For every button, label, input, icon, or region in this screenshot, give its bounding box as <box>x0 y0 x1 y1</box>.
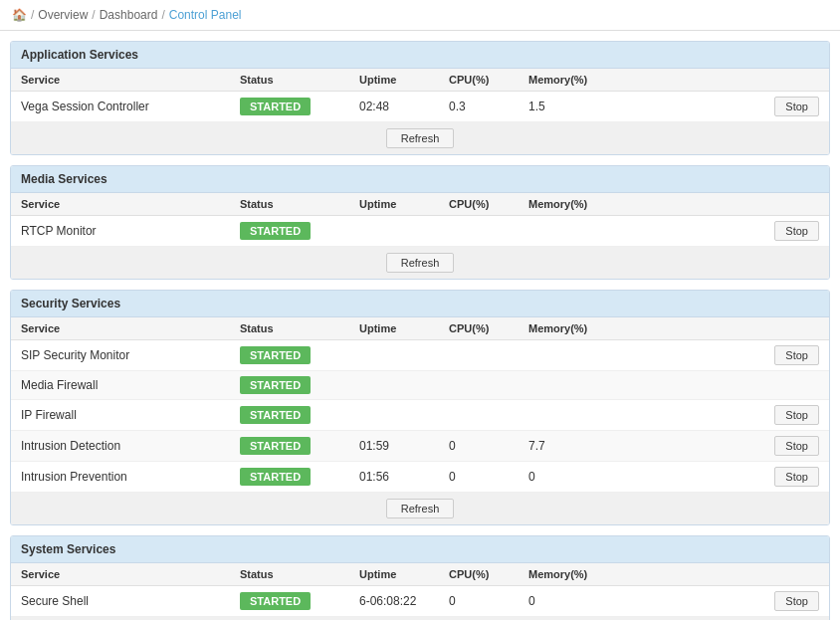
col-header-uptime: Uptime <box>349 193 439 216</box>
service-name-0: RTCP Monitor <box>11 216 230 247</box>
table-application-services: ServiceStatusUptimeCPU(%)Memory(%)Vega S… <box>11 69 829 154</box>
col-header-memory---: Memory(%) <box>519 69 618 92</box>
section-security-services: Security ServicesServiceStatusUptimeCPU(… <box>10 290 830 525</box>
refresh-button[interactable]: Refresh <box>386 128 455 148</box>
col-header-memory---: Memory(%) <box>519 563 618 586</box>
col-header-cpu---: CPU(%) <box>439 69 519 92</box>
col-header-status: Status <box>230 563 349 586</box>
status-badge: STARTED <box>240 222 311 240</box>
refresh-cell: Refresh <box>11 247 829 280</box>
breadcrumb-sep3: / <box>161 8 164 22</box>
refresh-button[interactable]: Refresh <box>386 499 455 518</box>
breadcrumb: 🏠 / Overview / Dashboard / Control Panel <box>0 0 840 31</box>
service-name-4: Intrusion Prevention <box>11 462 230 493</box>
refresh-cell: Refresh <box>11 493 829 525</box>
service-cpu-1 <box>439 371 519 400</box>
service-status-0: STARTED <box>230 586 349 617</box>
stop-button[interactable]: Stop <box>774 345 819 365</box>
service-name-0: Vega Session Controller <box>11 92 230 122</box>
service-action-0: Stop <box>618 340 829 371</box>
service-status-0: STARTED <box>230 92 349 122</box>
col-header-action <box>618 317 829 340</box>
col-header-service: Service <box>11 69 230 92</box>
table-row: Media FirewallSTARTED <box>11 371 829 400</box>
stop-button[interactable]: Stop <box>774 591 819 611</box>
col-header-uptime: Uptime <box>349 563 439 586</box>
table-system-services: ServiceStatusUptimeCPU(%)Memory(%)Secure… <box>11 563 829 620</box>
service-action-1 <box>618 371 829 400</box>
service-status-0: STARTED <box>230 340 349 371</box>
status-badge: STARTED <box>240 592 311 610</box>
service-action-3: Stop <box>618 431 829 462</box>
refresh-row: Refresh <box>11 247 829 280</box>
section-header-application-services: Application Services <box>11 42 829 69</box>
service-memory-1 <box>519 371 618 400</box>
service-action-2: Stop <box>618 400 829 431</box>
section-header-system-services: System Services <box>11 536 829 563</box>
breadcrumb-control-panel[interactable]: Control Panel <box>169 8 242 22</box>
breadcrumb-dashboard[interactable]: Dashboard <box>100 8 158 22</box>
service-cpu-3: 0 <box>439 431 519 462</box>
table-row: IP FirewallSTARTEDStop <box>11 400 829 431</box>
service-status-1: STARTED <box>230 371 349 400</box>
col-header-uptime: Uptime <box>349 317 439 340</box>
service-cpu-0: 0.3 <box>439 92 519 122</box>
service-uptime-1 <box>349 371 439 400</box>
col-header-status: Status <box>230 317 349 340</box>
service-name-2: IP Firewall <box>11 400 230 431</box>
section-media-services: Media ServicesServiceStatusUptimeCPU(%)M… <box>10 165 830 280</box>
stop-button[interactable]: Stop <box>774 405 819 425</box>
table-security-services: ServiceStatusUptimeCPU(%)Memory(%)SIP Se… <box>11 317 829 524</box>
stop-button[interactable]: Stop <box>774 467 819 487</box>
stop-button[interactable]: Stop <box>774 97 819 116</box>
service-name-0: SIP Security Monitor <box>11 340 230 371</box>
service-memory-3: 7.7 <box>519 431 618 462</box>
stop-button[interactable]: Stop <box>774 221 819 241</box>
col-header-cpu---: CPU(%) <box>439 317 519 340</box>
service-memory-2 <box>519 400 618 431</box>
service-memory-4: 0 <box>519 462 618 493</box>
status-badge: STARTED <box>240 376 311 394</box>
col-header-memory---: Memory(%) <box>519 193 618 216</box>
service-cpu-2 <box>439 400 519 431</box>
status-badge: STARTED <box>240 98 311 115</box>
col-header-service: Service <box>11 193 230 216</box>
col-header-status: Status <box>230 69 349 92</box>
breadcrumb-sep2: / <box>92 8 95 22</box>
refresh-cell: Refresh <box>11 617 829 621</box>
col-header-action <box>618 563 829 586</box>
service-memory-0 <box>519 216 618 247</box>
stop-button[interactable]: Stop <box>774 436 819 456</box>
service-uptime-3: 01:59 <box>349 431 439 462</box>
service-cpu-0 <box>439 216 519 247</box>
breadcrumb-sep: / <box>31 8 34 22</box>
section-system-services: System ServicesServiceStatusUptimeCPU(%)… <box>10 535 830 620</box>
service-uptime-4: 01:56 <box>349 462 439 493</box>
status-badge: STARTED <box>240 468 311 486</box>
col-header-action <box>618 193 829 216</box>
service-status-4: STARTED <box>230 462 349 493</box>
refresh-button[interactable]: Refresh <box>386 253 455 273</box>
table-row: RTCP MonitorSTARTEDStop <box>11 216 829 247</box>
service-uptime-0: 6-06:08:22 <box>349 586 439 617</box>
service-action-4: Stop <box>618 462 829 493</box>
refresh-cell: Refresh <box>11 122 829 155</box>
breadcrumb-overview[interactable]: Overview <box>38 8 88 22</box>
refresh-row: Refresh <box>11 493 829 525</box>
status-badge: STARTED <box>240 406 311 424</box>
service-status-3: STARTED <box>230 431 349 462</box>
home-icon[interactable]: 🏠 <box>12 8 27 22</box>
service-memory-0 <box>519 340 618 371</box>
service-status-0: STARTED <box>230 216 349 247</box>
table-media-services: ServiceStatusUptimeCPU(%)Memory(%)RTCP M… <box>11 193 829 279</box>
service-cpu-4: 0 <box>439 462 519 493</box>
service-status-2: STARTED <box>230 400 349 431</box>
status-badge: STARTED <box>240 437 311 455</box>
section-header-media-services: Media Services <box>11 166 829 193</box>
table-row: SIP Security MonitorSTARTEDStop <box>11 340 829 371</box>
col-header-service: Service <box>11 317 230 340</box>
section-header-security-services: Security Services <box>11 291 829 317</box>
main-content: Application ServicesServiceStatusUptimeC… <box>0 31 840 620</box>
service-action-0: Stop <box>618 216 829 247</box>
refresh-row: Refresh <box>11 617 829 621</box>
